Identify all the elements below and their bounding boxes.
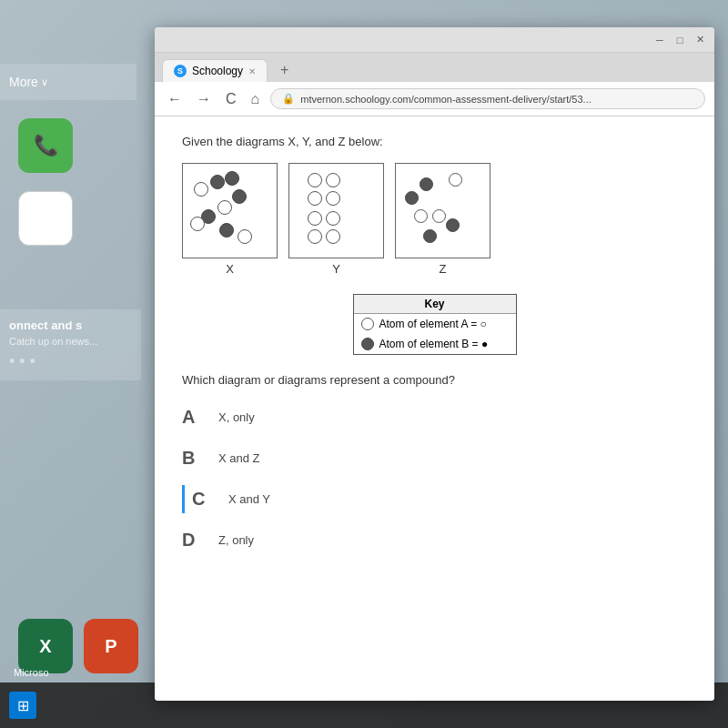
diagram-y	[288, 163, 384, 258]
more-chevron: ∨	[41, 76, 48, 88]
question-intro: Given the diagrams X, Y, and Z below:	[182, 135, 687, 148]
blank-icon-1[interactable]	[18, 191, 73, 246]
diagram-z-container: Z	[395, 163, 490, 276]
diagram-z-label: Z	[395, 262, 490, 276]
atom-y-a3	[308, 191, 322, 206]
atom-y-a1	[308, 173, 322, 187]
bottom-icons: X P	[18, 619, 138, 673]
schoology-tab[interactable]: S Schoology ✕	[162, 59, 268, 82]
new-tab-button[interactable]: +	[273, 58, 296, 82]
diagram-x	[182, 163, 278, 258]
windows-button[interactable]: ⊞	[9, 692, 36, 719]
key-atom-a-label: Atom of element A = ○	[379, 318, 487, 330]
powerpoint-letter: P	[105, 636, 116, 657]
key-atom-b-icon	[361, 338, 374, 350]
diagram-x-label: X	[182, 262, 278, 276]
close-button[interactable]: ✕	[693, 33, 707, 47]
atom-a-4	[238, 229, 252, 244]
tab-label: Schoology	[192, 65, 243, 77]
diagram-z	[395, 163, 490, 258]
atom-b-3	[232, 189, 247, 204]
which-question: Which diagram or diagrams represent a co…	[182, 373, 687, 387]
url-text: mtvernon.schoology.com/common-assessment…	[300, 94, 592, 105]
page-content: Given the diagrams X, Y, and Z below:	[155, 116, 714, 701]
connect-title: onnect and s	[9, 318, 132, 332]
answer-text-c: X and Y	[228, 492, 270, 506]
address-bar: ← → C ⌂ 🔒 mtvernon.schoology.com/common-…	[155, 82, 714, 116]
atom-z-b1	[420, 177, 433, 191]
atom-a-3	[190, 217, 205, 231]
diagrams-row: X Y	[182, 163, 687, 276]
answer-text-b: X and Z	[218, 451, 260, 465]
taskbar-top[interactable]: More ∨	[0, 64, 136, 100]
lock-icon: 🔒	[282, 93, 295, 105]
answer-text-a: X, only	[218, 410, 255, 424]
key-row-b: Atom of element B = ●	[354, 334, 516, 354]
diagram-y-container: Y	[288, 163, 384, 276]
desktop-icons: 📞	[18, 118, 73, 246]
window-controls: ─ □ ✕	[652, 33, 707, 47]
title-bar: ─ □ ✕	[155, 27, 714, 53]
url-bar[interactable]: 🔒 mtvernon.schoology.com/common-assessme…	[270, 88, 705, 109]
atom-z-a2	[414, 209, 428, 223]
atom-y-a5	[308, 211, 322, 226]
atom-z-a1	[449, 173, 462, 187]
atom-b-1	[210, 175, 225, 189]
connect-sub: Catch up on news...	[9, 336, 132, 347]
tab-bar: S Schoology ✕ +	[155, 53, 714, 82]
answer-letter-d: D	[182, 530, 204, 551]
atom-y-a6	[326, 211, 340, 226]
microsoft-label: Microso	[14, 667, 49, 678]
atom-y-a4	[326, 191, 340, 206]
atom-z-b2	[405, 191, 419, 205]
excel-icon-button[interactable]: X	[18, 619, 73, 673]
maximize-button[interactable]: □	[672, 33, 687, 47]
forward-button[interactable]: →	[193, 89, 215, 109]
answer-row-c[interactable]: C X and Y	[182, 485, 687, 513]
diagram-y-label: Y	[288, 262, 384, 276]
key-row-a: Atom of element A = ○	[354, 314, 516, 334]
answer-row-a[interactable]: A X, only	[182, 403, 687, 431]
key-atom-a-icon	[361, 318, 374, 330]
answer-letter-c: C	[192, 489, 214, 510]
atom-b-2	[225, 171, 239, 186]
answer-row-d[interactable]: D Z, only	[182, 526, 687, 554]
back-button[interactable]: ←	[164, 89, 186, 109]
atom-a-1	[194, 182, 208, 197]
excel-letter: X	[39, 636, 51, 657]
atom-y-a8	[326, 229, 340, 244]
schoology-tab-icon: S	[174, 65, 187, 77]
home-button[interactable]: ⌂	[248, 89, 264, 109]
answer-row-b[interactable]: B X and Z	[182, 444, 687, 472]
more-label: More	[9, 75, 38, 89]
atom-y-a2	[326, 173, 340, 187]
browser-window: ─ □ ✕ S Schoology ✕ + ← → C ⌂ 🔒 mtvernon…	[155, 27, 714, 701]
atom-b-5	[219, 223, 234, 238]
refresh-button[interactable]: C	[222, 89, 240, 109]
powerpoint-icon-button[interactable]: P	[84, 619, 138, 673]
atom-z-a3	[432, 209, 446, 223]
phone-symbol: 📞	[34, 134, 58, 157]
key-title: Key	[354, 295, 516, 314]
answer-letter-a: A	[182, 407, 204, 428]
answer-choices: A X, only B X and Z C X and Y D Z, only	[182, 403, 687, 554]
tab-close-icon[interactable]: ✕	[248, 66, 256, 76]
atom-z-b3	[446, 218, 460, 232]
diagram-x-container: X	[182, 163, 278, 276]
phone-icon-button[interactable]: 📞	[18, 118, 73, 173]
atom-y-a7	[308, 229, 322, 244]
minimize-button[interactable]: ─	[652, 33, 667, 47]
atom-z-b4	[423, 229, 437, 243]
answer-letter-b: B	[182, 448, 204, 469]
key-box: Key Atom of element A = ○ Atom of elemen…	[353, 294, 517, 355]
connect-widget: onnect and s Catch up on news... • • •	[0, 309, 141, 380]
key-atom-b-label: Atom of element B = ●	[379, 338, 489, 350]
atom-a-2	[217, 200, 232, 215]
windows-icon: ⊞	[17, 697, 29, 714]
answer-text-d: Z, only	[218, 533, 254, 547]
